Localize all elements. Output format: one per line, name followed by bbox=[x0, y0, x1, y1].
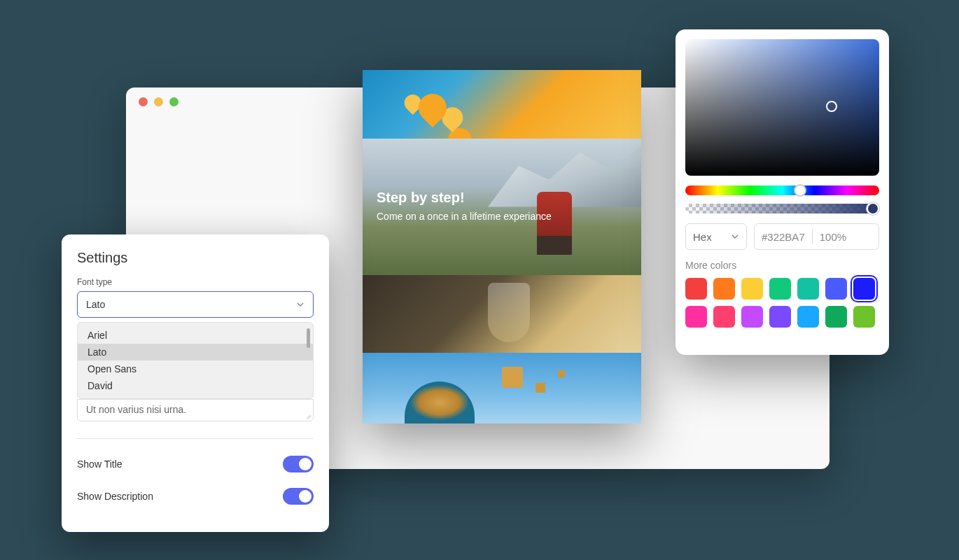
hex-input[interactable]: #322BA7 100% bbox=[754, 223, 879, 250]
color-cursor[interactable] bbox=[826, 101, 837, 112]
hex-value: #322BA7 bbox=[762, 231, 805, 243]
preview-image-carousel bbox=[363, 353, 641, 424]
more-colors-label: More colors bbox=[685, 260, 879, 271]
preview-overlay-subtitle: Come on a once in a lifetime experiance bbox=[377, 210, 627, 224]
swatch-orange[interactable] bbox=[713, 278, 735, 300]
hue-slider[interactable] bbox=[685, 186, 879, 195]
swatch-emerald[interactable] bbox=[825, 306, 847, 328]
show-title-label: Show Title bbox=[77, 458, 122, 470]
swatch-teal[interactable] bbox=[797, 278, 819, 300]
font-option-open-sans[interactable]: Open Sans bbox=[78, 360, 313, 377]
font-type-label: Font type bbox=[77, 277, 314, 287]
color-inputs-row: Hex #322BA7 100% bbox=[685, 223, 879, 250]
font-option-ariel[interactable]: Ariel bbox=[78, 327, 313, 344]
hue-cursor[interactable] bbox=[794, 184, 806, 197]
color-swatches bbox=[685, 278, 879, 328]
font-type-selected-value: Lato bbox=[86, 299, 105, 310]
font-type-dropdown: Ariel Lato Open Sans David bbox=[77, 322, 314, 399]
swatch-red[interactable] bbox=[685, 278, 707, 300]
settings-title: Settings bbox=[77, 250, 314, 266]
settings-panel: Settings Font type Lato Ariel Lato Open … bbox=[62, 234, 329, 532]
toggle-knob bbox=[299, 490, 312, 503]
preview-image-hiking: Step by step! Come on a once in a lifeti… bbox=[363, 139, 641, 275]
chevron-down-icon bbox=[296, 300, 304, 309]
color-format-value: Hex bbox=[693, 231, 712, 243]
alpha-overlay bbox=[685, 204, 879, 214]
description-textarea-value: Ut non varius nisi urna. bbox=[86, 404, 186, 415]
preview-image-flowers bbox=[363, 70, 641, 139]
show-description-toggle[interactable] bbox=[283, 488, 314, 505]
font-option-lato[interactable]: Lato bbox=[78, 344, 313, 360]
preview-image-toast bbox=[363, 275, 641, 353]
alpha-cursor[interactable] bbox=[867, 202, 879, 215]
window-maximize-dot[interactable] bbox=[169, 97, 178, 106]
swatch-skyblue[interactable] bbox=[797, 306, 819, 328]
swatch-lime[interactable] bbox=[853, 306, 875, 328]
show-description-row: Show Description bbox=[77, 488, 314, 505]
window-minimize-dot[interactable] bbox=[154, 97, 163, 106]
swatch-magenta[interactable] bbox=[685, 306, 707, 328]
font-type-select[interactable]: Lato bbox=[77, 291, 314, 318]
chevron-down-icon bbox=[731, 232, 739, 241]
color-format-select[interactable]: Hex bbox=[685, 223, 747, 250]
window-close-dot[interactable] bbox=[139, 97, 148, 106]
color-saturation-area[interactable] bbox=[685, 39, 879, 176]
alpha-slider[interactable] bbox=[685, 204, 879, 214]
input-separator bbox=[812, 230, 813, 244]
swatch-blue[interactable] bbox=[853, 278, 875, 300]
show-title-row: Show Title bbox=[77, 456, 314, 472]
resize-handle-icon[interactable] bbox=[304, 412, 312, 419]
description-textarea[interactable]: Ut non varius nisi urna. bbox=[77, 399, 314, 421]
toggle-knob bbox=[299, 458, 312, 470]
show-title-toggle[interactable] bbox=[283, 456, 314, 472]
swatch-green[interactable] bbox=[769, 278, 791, 300]
font-option-david[interactable]: David bbox=[78, 377, 313, 394]
swatch-yellow[interactable] bbox=[741, 278, 763, 300]
color-picker-panel: Hex #322BA7 100% More colors bbox=[676, 29, 889, 355]
preview-overlay-title: Step by step! bbox=[377, 190, 627, 206]
show-description-label: Show Description bbox=[77, 491, 153, 502]
dropdown-scrollbar[interactable] bbox=[307, 328, 310, 348]
divider bbox=[77, 438, 314, 439]
opacity-value: 100% bbox=[820, 231, 846, 243]
swatch-indigo[interactable] bbox=[825, 278, 847, 300]
swatch-purple[interactable] bbox=[741, 306, 763, 328]
image-preview-stack: Step by step! Come on a once in a lifeti… bbox=[363, 70, 641, 424]
swatch-pink[interactable] bbox=[713, 306, 735, 328]
swatch-violet[interactable] bbox=[769, 306, 791, 328]
